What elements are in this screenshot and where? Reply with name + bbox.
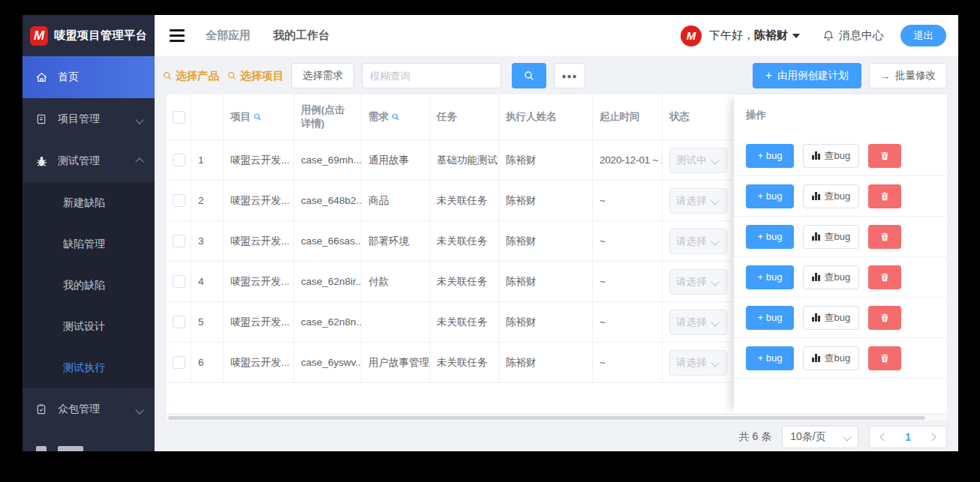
requirement-header: 需求 xyxy=(362,94,430,139)
delete-button[interactable] xyxy=(868,306,901,330)
avatar[interactable]: M xyxy=(681,25,702,46)
add-bug-button[interactable]: + bug xyxy=(746,144,794,168)
prev-page-icon[interactable] xyxy=(880,433,888,441)
subitem-label: 我的缺陷 xyxy=(63,279,105,292)
current-page[interactable]: 1 xyxy=(905,431,911,443)
delete-button[interactable] xyxy=(868,265,901,289)
search-icon[interactable] xyxy=(391,112,400,121)
cell-dates: ~ xyxy=(593,302,663,342)
add-bug-button[interactable]: + bug xyxy=(746,265,794,289)
operations-header: 操作 xyxy=(734,94,947,136)
sidebar-item-partial[interactable] xyxy=(23,430,155,451)
table-header-row: 项目 用例(点击详情) 需求 任务 执行人姓名 起止时间 状态 xyxy=(167,94,734,140)
more-filters-button[interactable]: ●●● xyxy=(554,63,585,88)
row-checkbox[interactable] xyxy=(173,275,185,288)
cell-case[interactable]: case_6yswv... xyxy=(294,343,362,382)
cell-case[interactable]: case_62n8ir... xyxy=(294,262,362,301)
page-size-select[interactable]: 10条/页 xyxy=(782,426,858,448)
search-icon xyxy=(523,70,535,82)
app-window: M 唛盟项目管理平台 首页 项目管理 测试管理 新建缺陷 缺陷管理 xyxy=(23,15,958,451)
view-bug-button[interactable]: 查bug xyxy=(803,184,859,208)
table-row: 5 唛盟云开发... case_62n8n... 未关联任务 陈裕财 ~ 请选择 xyxy=(167,302,734,343)
status-select[interactable]: 请选择 xyxy=(669,350,727,376)
select-product-label: 选择产品 xyxy=(176,69,219,83)
delete-button[interactable] xyxy=(868,225,901,249)
row-checkbox[interactable] xyxy=(173,356,185,369)
trash-icon xyxy=(879,272,890,283)
scrollbar-thumb[interactable] xyxy=(168,416,925,420)
status-select[interactable]: 请选择 xyxy=(669,269,727,295)
delete-button[interactable] xyxy=(868,144,901,168)
sidebar-item-project-mgmt[interactable]: 项目管理 xyxy=(23,98,155,140)
select-requirement-button[interactable]: 选择需求 xyxy=(291,63,354,88)
view-bug-button[interactable]: 查bug xyxy=(803,346,859,370)
caret-down-icon xyxy=(792,34,800,38)
hamburger-menu-icon[interactable] xyxy=(170,29,185,42)
status-value: 请选择 xyxy=(676,356,708,370)
trash-icon xyxy=(879,151,890,161)
fuzzy-search-input[interactable] xyxy=(362,63,501,88)
cell-case[interactable]: case_69mh... xyxy=(294,140,362,180)
create-plan-button[interactable]: + 由用例创建计划 xyxy=(753,63,861,88)
trash-icon xyxy=(879,191,890,202)
cell-case[interactable]: case_66sas... xyxy=(294,221,362,261)
search-icon[interactable] xyxy=(253,112,262,121)
sidebar-item-test-mgmt[interactable]: 测试管理 xyxy=(23,140,155,182)
horizontal-scrollbar[interactable] xyxy=(167,414,947,421)
search-button[interactable] xyxy=(512,63,546,88)
sidebar-subitem-new-defect[interactable]: 新建缺陷 xyxy=(23,182,155,223)
row-checkbox[interactable] xyxy=(173,316,185,328)
delete-button[interactable] xyxy=(868,346,901,370)
user-greeting[interactable]: 下午好，陈裕财 xyxy=(709,28,800,43)
row-checkbox[interactable] xyxy=(173,194,185,207)
add-bug-button[interactable]: + bug xyxy=(746,306,794,330)
row-checkbox[interactable] xyxy=(173,154,185,166)
batch-edit-button[interactable]: → 批量修改 xyxy=(869,63,948,88)
sidebar-item-label: 测试管理 xyxy=(58,154,100,168)
tab-all-apps[interactable]: 全部应用 xyxy=(206,28,251,43)
add-bug-button[interactable]: + bug xyxy=(746,184,794,208)
operations-row: + bug 查bug xyxy=(734,298,947,338)
view-bug-button[interactable]: 查bug xyxy=(803,225,859,249)
row-checkbox[interactable] xyxy=(173,235,185,247)
delete-button[interactable] xyxy=(868,184,901,208)
bar-chart-icon xyxy=(812,151,820,160)
view-bug-label: 查bug xyxy=(825,352,851,365)
select-product-link[interactable]: 选择产品 xyxy=(162,69,219,83)
bar-chart-icon xyxy=(812,354,820,362)
select-all-checkbox[interactable] xyxy=(173,111,185,124)
cell-project: 唛盟云开发... xyxy=(224,181,294,220)
sidebar-subitem-defect-mgmt[interactable]: 缺陷管理 xyxy=(23,223,155,265)
sidebar-item-home[interactable]: 首页 xyxy=(23,56,155,98)
sidebar-subitem-test-execution[interactable]: 测试执行 xyxy=(23,347,155,388)
view-bug-button[interactable]: 查bug xyxy=(803,265,859,289)
topbar: 全部应用 我的工作台 M 下午好，陈裕财 消息中心 退出 xyxy=(155,15,958,57)
sidebar-subitem-my-defects[interactable]: 我的缺陷 xyxy=(23,265,155,306)
sidebar-item-crowd-mgmt[interactable]: 众包管理 xyxy=(23,388,155,430)
batch-edit-label: 批量修改 xyxy=(895,69,936,82)
chevron-down-icon xyxy=(711,156,719,164)
cell-case[interactable]: case_648b2... xyxy=(294,181,362,220)
row-index: 1 xyxy=(191,140,224,180)
sidebar-subitem-test-design[interactable]: 测试设计 xyxy=(23,306,155,347)
view-bug-button[interactable]: 查bug xyxy=(803,306,859,330)
cell-project: 唛盟云开发... xyxy=(224,140,294,180)
message-center[interactable]: 消息中心 xyxy=(822,28,884,43)
status-select[interactable]: 请选择 xyxy=(669,310,727,335)
table-scroll-area: 项目 用例(点击详情) 需求 任务 执行人姓名 起止时间 状态 xyxy=(167,94,734,415)
add-bug-button[interactable]: + bug xyxy=(746,346,794,370)
executor-header: 执行人姓名 xyxy=(499,94,593,139)
next-page-icon[interactable] xyxy=(927,433,936,441)
logout-button[interactable]: 退出 xyxy=(900,25,946,46)
select-project-link[interactable]: 选择项目 xyxy=(227,69,284,83)
row-index: 5 xyxy=(191,302,224,342)
view-bug-label: 查bug xyxy=(825,271,851,284)
status-select[interactable]: 请选择 xyxy=(669,229,727,254)
status-select[interactable]: 测试中 xyxy=(669,148,727,173)
add-bug-button[interactable]: + bug xyxy=(746,225,794,249)
view-bug-button[interactable]: 查bug xyxy=(803,144,859,168)
tab-my-workbench[interactable]: 我的工作台 xyxy=(273,28,329,43)
status-select[interactable]: 请选择 xyxy=(669,188,727,214)
cell-case[interactable]: case_62n8n... xyxy=(294,302,362,342)
brand-logo: M 唛盟项目管理平台 xyxy=(23,15,155,56)
